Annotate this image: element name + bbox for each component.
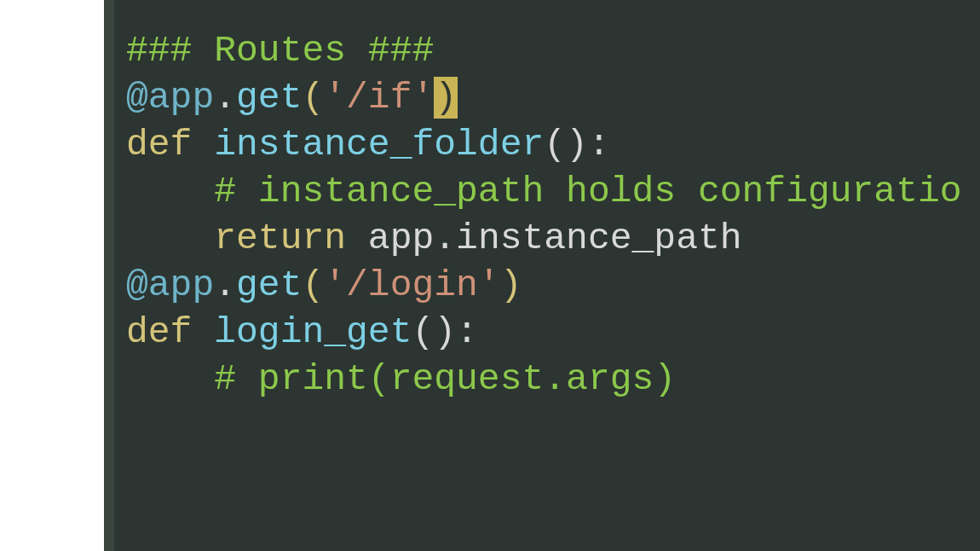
comment: # instance_path holds configuratio xyxy=(126,171,962,212)
code-line[interactable]: def login_get(): xyxy=(126,309,980,356)
code-line[interactable]: @app.get('/if') xyxy=(126,74,980,121)
keyword: def xyxy=(126,124,214,165)
decorator: @app xyxy=(126,264,214,306)
keyword: def xyxy=(126,311,214,353)
function-name: instance_folder xyxy=(214,124,544,165)
code-line[interactable]: def instance_folder(): xyxy=(126,121,980,168)
code-line[interactable]: @app.get('/login') xyxy=(126,262,980,309)
comment: # print(request.args) xyxy=(126,358,676,400)
code-line[interactable]: # print(request.args) xyxy=(126,356,980,403)
code-editor[interactable]: ### Routes ### @app.get('/if') def insta… xyxy=(114,0,980,551)
editor-divider xyxy=(104,0,114,551)
code-line[interactable]: # instance_path holds configuratio xyxy=(126,168,980,215)
function-name: login_get xyxy=(214,311,412,353)
code-line[interactable]: ### Routes ### xyxy=(126,27,980,74)
line-number-gutter xyxy=(0,0,104,551)
code-line[interactable]: return app.instance_path xyxy=(126,215,980,262)
cursor-position: ) xyxy=(434,77,458,119)
keyword: return xyxy=(126,218,368,259)
comment: ### Routes ### xyxy=(126,30,434,72)
decorator: @app xyxy=(126,77,214,119)
